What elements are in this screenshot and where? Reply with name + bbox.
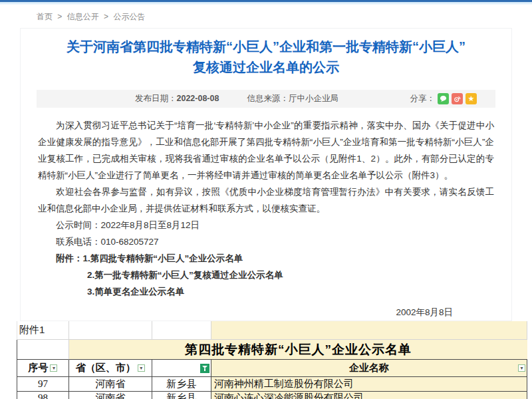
info-source-value: 厅中小企业局 [289, 94, 338, 103]
cell-province: 河南省 [69, 392, 152, 399]
article-container: 关于河南省第四批专精特新“小巨人”企业和第一批专精特新“小巨人”复核通过企业名单… [20, 28, 512, 321]
cell-county: 新乡县 [152, 377, 211, 392]
attachments-list: 附件：1.第四批专精特新“小巨人”企业公示名单 2.第一批专精特新“小巨人”复核… [38, 250, 494, 300]
favorite-star-icon[interactable]: ★ [466, 93, 477, 104]
breadcrumb-current: 公示公告 [113, 12, 145, 21]
table-header-row: 序号 ▾ 省（区、市） ▾ 企业名称 ▾ [17, 360, 527, 377]
attachment-item-3: 3.简单更名企业公示名单 [38, 283, 494, 300]
cell-county: 新乡县 [152, 392, 211, 399]
contact-phone-line: 联系电话：010-68205727 [38, 233, 494, 250]
empty-cell [152, 321, 211, 340]
attachment-item-1: 附件：1.第四批专精特新“小巨人”企业公示名单 [38, 250, 494, 267]
sign-date: 2002年8月8日 [38, 304, 494, 321]
sheet-title-cell: 第四批专精特新“小巨人”企业公示名单 [69, 340, 527, 360]
publish-date: 发布日期：2022-08-08 [135, 93, 219, 104]
attachment-corner-label: 附件1 [17, 321, 69, 340]
header-company: 企业名称 ▾ [211, 360, 527, 377]
empty-cell [211, 321, 527, 340]
article-body: 为深入贯彻习近平总书记关于“培育一批‘专精特新’中小企业”的重要指示精神，落实中… [21, 108, 511, 321]
header-serial: 序号 ▾ [17, 360, 69, 377]
attachments-label: 附件： [56, 253, 83, 263]
filter-dropdown-icon[interactable]: ▾ [50, 364, 57, 372]
filter-dropdown-icon[interactable]: ▾ [518, 364, 525, 372]
article-meta-bar: 发布日期：2022-08-08 信息来源：厅中小企业局 分享： ★ [37, 90, 495, 108]
cell-company: 河南神州精工制造股份有限公司 [211, 377, 527, 392]
cell-company: 河南心连心深冷能源股份有限公司 [211, 392, 527, 399]
share-label: 分享： [410, 93, 436, 104]
breadcrumb: 首页 > 信息公开 > 公示公告 [0, 5, 532, 23]
empty-cell [69, 321, 152, 340]
active-filter-funnel-icon[interactable] [200, 364, 209, 373]
sheet-label-row: 附件1 [17, 321, 527, 340]
paragraph: 为深入贯彻习近平总书记关于“培育一批‘专精特新’中小企业”的重要指示精神，落实中… [38, 117, 494, 184]
breadcrumb-home-link[interactable]: 首页 [37, 12, 53, 21]
cell-province: 河南省 [69, 377, 152, 392]
wechat-share-icon[interactable] [438, 93, 449, 104]
sheet-title-row: 第四批专精特新“小巨人”企业公示名单 [17, 340, 527, 360]
paragraph: 欢迎社会各界参与监督，如有异议，按照《优质中小企业梯度培育管理暂行办法》中有关要… [38, 184, 494, 217]
share-toolbar: 分享： ★ [410, 93, 496, 104]
top-banner-edge [0, 0, 532, 5]
breadcrumb-separator: > [104, 12, 108, 21]
header-serial-label: 序号 [28, 362, 48, 374]
breadcrumb-separator: > [57, 12, 62, 21]
info-source: 信息来源：厅中小企业局 [247, 93, 338, 104]
table-title: 第四批专精特新“小巨人”企业公示名单 [185, 341, 412, 358]
attachment-item-2: 2.第一批专精特新“小巨人”复核通过企业公示名单 [38, 267, 494, 283]
notice-time-line: 公示时间：2022年8月8日至8月12日 [38, 217, 494, 233]
attachment-table-preview: 附件1 第四批专精特新“小巨人”企业公示名单 序号 ▾ 省（区、市） ▾ 企业名… [17, 321, 527, 399]
cell-serial: 98 [17, 392, 69, 399]
filter-dropdown-icon[interactable]: ▾ [138, 364, 145, 372]
table-row: 97 河南省 新乡县 河南神州精工制造股份有限公司 [17, 377, 527, 392]
cell-serial: 97 [17, 377, 69, 392]
publish-date-value: 2022-08-08 [177, 94, 219, 103]
header-county [152, 360, 211, 377]
attachment-link-1: 1.第四批专精特新“小巨人”企业公示名单 [83, 253, 243, 263]
header-province: 省（区、市） ▾ [69, 360, 152, 377]
header-province-label: 省（区、市） [76, 362, 136, 374]
weibo-share-icon[interactable] [452, 93, 463, 104]
breadcrumb-info-link[interactable]: 信息公开 [67, 12, 99, 21]
table-row: 98 河南省 新乡县 河南心连心深冷能源股份有限公司 [17, 392, 527, 399]
page-title: 关于河南省第四批专精特新“小巨人”企业和第一批专精特新“小巨人”复核通过企业名单… [21, 37, 511, 78]
header-company-label: 企业名称 [349, 362, 389, 374]
empty-cell [17, 340, 69, 360]
